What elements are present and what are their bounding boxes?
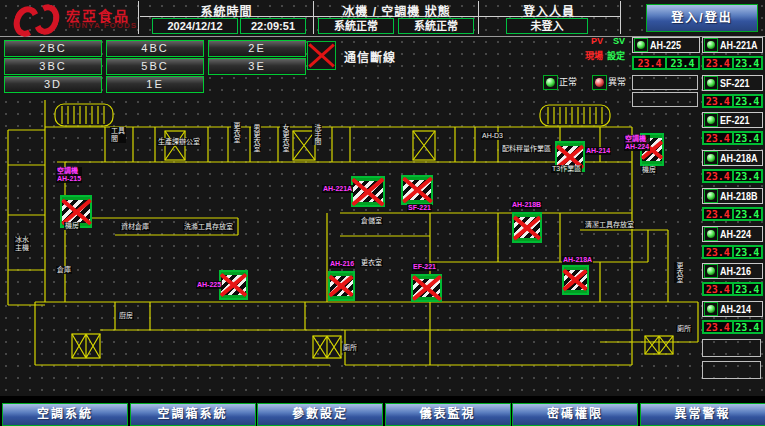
unit-name-sf-221[interactable]: SF-221 — [702, 75, 763, 91]
pv-value: 23.4 — [703, 95, 733, 107]
ahu-status-value: 系統正常 — [398, 18, 474, 34]
nav-button-ac-system[interactable]: 空調系統 — [2, 403, 128, 426]
unit-lamp-icon — [704, 189, 718, 203]
empty-unit-slot — [632, 92, 698, 107]
unit-lamp-icon — [704, 76, 718, 90]
unit-name-ah-218a[interactable]: AH-218A — [702, 150, 763, 166]
divider — [138, 1, 139, 34]
floor-button-3d[interactable]: 3D — [4, 76, 102, 93]
sv-value: 23.4 — [733, 95, 763, 107]
unit-name-ah-221a[interactable]: AH-221A — [702, 37, 763, 53]
unit-name-label: EF-221 — [720, 115, 750, 126]
pv-value: 23.4 — [703, 246, 733, 258]
unit-name-label: AH-218B — [720, 191, 758, 202]
empty-unit-slot — [632, 75, 698, 90]
plan-room-label-12: 洗滌工具存放室 — [183, 223, 234, 231]
sv-value: 23.4 — [666, 57, 699, 69]
plan-room-label-11: 資材倉庫 — [120, 223, 150, 231]
unit-lamp-icon — [704, 264, 718, 278]
ahu-offline-icon-ah-218a[interactable] — [562, 265, 589, 295]
unit-name-label: AH-214 — [720, 304, 751, 315]
floor-button-3bc[interactable]: 3BC — [4, 58, 102, 75]
plan-room-label-3: 男更衣室 — [251, 124, 261, 152]
nav-button-abnormal-alarm[interactable]: 異常警報 — [640, 403, 765, 426]
abnormal-legend-label: 異常 — [608, 77, 626, 87]
unit-name-ah-224[interactable]: AH-224 — [702, 226, 763, 242]
plan-room-label-8: T3作業區 — [551, 165, 582, 173]
unit-lamp-icon — [634, 38, 648, 52]
nav-button-password-permissions[interactable]: 密碼權限 — [512, 403, 638, 426]
system-time-value: 22:09:51 — [240, 18, 306, 34]
divider — [620, 1, 621, 34]
unit-name-ah-218b[interactable]: AH-218B — [702, 188, 763, 204]
company-logo-icon — [12, 3, 64, 32]
ahu-offline-icon-sf-221[interactable] — [401, 175, 433, 205]
plan-unit-label-6: AH-218A — [562, 256, 593, 264]
sv-header: SV — [613, 36, 625, 46]
unit-name-label: AH-225 — [650, 40, 681, 51]
ahu-offline-icon-ah-216[interactable] — [328, 271, 355, 301]
ahu-offline-icon-ah-221a[interactable] — [351, 176, 385, 207]
ahu-offline-icon-ef-221[interactable] — [411, 274, 442, 302]
logo-arc — [30, 1, 63, 38]
unit-name-ah-214[interactable]: AH-214 — [702, 301, 763, 317]
comm-offline-label: 通信斷線 — [344, 48, 396, 65]
unit-name-ef-221[interactable]: EF-221 — [702, 112, 763, 128]
pv-value: 23.4 — [703, 57, 733, 69]
abnormal-lamp-icon — [592, 75, 607, 90]
floor-button-3e[interactable]: 3E — [208, 58, 306, 75]
unit-name-label: SF-221 — [720, 78, 750, 89]
nav-button-meter-monitoring[interactable]: 儀表監視 — [385, 403, 511, 426]
floor-button-4bc[interactable]: 4BC — [106, 40, 204, 57]
normal-legend-label: 正常 — [559, 77, 577, 87]
sv-value: 23.4 — [733, 208, 763, 220]
plan-room-label-5: 洗手間 — [312, 124, 322, 145]
plan-unit-label-2: SF-221 — [407, 204, 432, 212]
floor-button-2e[interactable]: 2E — [208, 40, 306, 57]
unit-name-ah-216[interactable]: AH-216 — [702, 263, 763, 279]
unit-lamp-icon — [704, 227, 718, 241]
unit-values-ef-221: 23.423.4 — [702, 131, 763, 145]
pv-value: 23.4 — [703, 170, 733, 182]
plan-room-label-15: 冰水主機 — [14, 236, 30, 252]
plan-room-label-1: 生產課辦公室 — [157, 138, 201, 146]
chiller-status-value: 系統正常 — [318, 18, 394, 34]
unit-values-sf-221: 23.423.4 — [702, 94, 763, 108]
sv-value: 23.4 — [733, 283, 763, 295]
system-date-value: 2024/12/12 — [152, 18, 238, 34]
ahu-offline-icon-ah-218b[interactable] — [512, 212, 542, 243]
plan-unit-label-0: 空調機AH-215 — [56, 167, 82, 183]
unit-name-label: AH-218A — [720, 153, 758, 164]
nav-button-parameter-settings[interactable]: 參數設定 — [257, 403, 383, 426]
login-person-label: 登入人員 — [480, 2, 618, 19]
plan-room-label-10: 機房 — [64, 222, 80, 230]
floor-button-5bc[interactable]: 5BC — [106, 58, 204, 75]
bottom-nav: 空調系統空調箱系統參數設定儀表監視密碼權限異常警報 — [0, 396, 765, 426]
plan-unit-label-7: AH-216 — [329, 260, 355, 268]
pv-value: 23.4 — [703, 321, 733, 333]
ahu-offline-icon-ah-225[interactable] — [219, 270, 248, 300]
sv-value: 23.4 — [733, 246, 763, 258]
unit-lamp-icon — [704, 38, 718, 52]
nav-button-ahu-box-system[interactable]: 空調箱系統 — [130, 403, 256, 426]
pv-sub-header: 現場 — [585, 51, 603, 61]
unit-name-ah-225[interactable]: AH-225 — [632, 37, 700, 53]
floor-button-1e[interactable]: 1E — [106, 76, 204, 93]
floor-button-grid: 2BC4BC2E3BC5BC3E3D1E — [4, 40, 310, 94]
plan-unit-label-5: AH-218B — [511, 201, 542, 209]
plan-room-label-2: 更衣室 — [231, 122, 241, 143]
unit-panel-left: AH-22523.423.4 — [632, 0, 700, 426]
company-name-en: HUNYA FOODS — [68, 21, 137, 30]
plan-room-label-4: 女更衣室 — [280, 124, 290, 152]
pv-value: 23.4 — [703, 208, 733, 220]
unit-name-label: AH-224 — [720, 229, 751, 240]
sv-value: 23.4 — [733, 321, 763, 333]
plan-room-label-0: 工具間 — [110, 127, 126, 143]
unit-values-ah-214: 23.423.4 — [702, 320, 763, 334]
plan-room-label-7: 配料秤量作業區 — [501, 145, 552, 153]
sv-value: 23.4 — [733, 57, 763, 69]
divider — [313, 1, 314, 34]
divider — [478, 1, 479, 34]
floor-button-2bc[interactable]: 2BC — [4, 40, 102, 57]
unit-values-ah-224: 23.423.4 — [702, 245, 763, 259]
